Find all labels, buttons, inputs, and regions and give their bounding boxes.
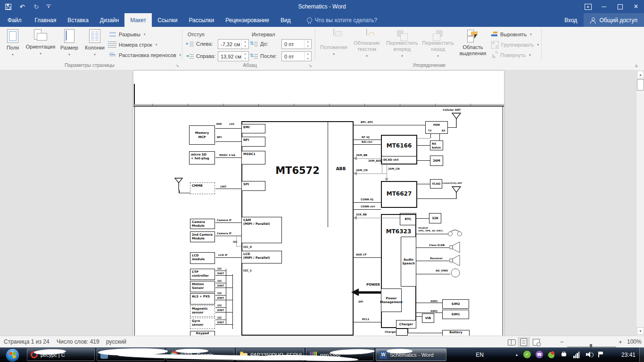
language-button[interactable]: EN (476, 347, 484, 362)
scroll-up-button[interactable]: ▲ (637, 71, 644, 78)
wire-label: Camera IF (217, 232, 231, 235)
skype-tray-icon[interactable] (523, 351, 531, 358)
word-icon (380, 351, 387, 359)
indent-left-input[interactable]: -7,32 см ▴▾ (218, 39, 249, 49)
scroll-down-button[interactable]: ▼ (637, 327, 644, 335)
arrow-left-icon (353, 216, 357, 220)
zoom-level[interactable]: 100% (627, 336, 642, 347)
tab-references[interactable]: Ссылки (152, 13, 183, 27)
action-center-flag-icon[interactable] (597, 351, 604, 358)
bring-forward-button[interactable]: Переместить вперед (385, 28, 420, 59)
icq-tray-icon[interactable] (548, 351, 555, 358)
block-lcd: LCD (MIPI / Parallel) (241, 251, 282, 263)
print-layout-button[interactable] (518, 337, 530, 347)
wire-label: RF IQ (362, 136, 370, 139)
wire-label: BPI, APC (361, 121, 373, 124)
block-26m: 26M (430, 156, 443, 166)
web-layout-button[interactable] (530, 337, 542, 347)
wire (408, 333, 442, 333)
tab-view[interactable]: Вид (275, 13, 297, 27)
block-msdc1: MSDC1 (241, 151, 265, 165)
hyphenation-button[interactable]: Расстановка переносов (109, 50, 181, 60)
redo-button[interactable] (32, 2, 41, 11)
send-backward-button[interactable]: Переместить назад (421, 28, 454, 59)
show-desktop-button[interactable] (639, 347, 644, 362)
tab-layout[interactable]: Макет (124, 13, 152, 27)
tab-home[interactable]: Главная (29, 13, 62, 27)
network-tray-icon[interactable] (573, 351, 581, 358)
customize-qat-button[interactable] (46, 5, 51, 9)
wire (215, 307, 226, 308)
vertical-scrollbar[interactable]: ▲ ▼ (636, 70, 644, 336)
undo-button[interactable] (18, 2, 26, 11)
collapse-ribbon-button[interactable] (635, 63, 638, 68)
tab-mailings[interactable]: Рассылки (183, 13, 220, 27)
sign-in-button[interactable]: Вход (558, 13, 584, 27)
word-count[interactable]: Число слов: 419 (57, 336, 99, 347)
restore-icon (618, 4, 623, 9)
wire-label: AUD I/F (356, 253, 367, 256)
minimize-button[interactable] (596, 0, 612, 13)
indent-right-spinner[interactable]: ▴▾ (241, 52, 248, 61)
group-objects-button[interactable]: Группировать (491, 40, 539, 49)
receiver-label: Receiver (430, 257, 443, 260)
align-button[interactable]: Выровнять (491, 30, 532, 39)
tray-expand-button[interactable] (516, 347, 518, 362)
margins-button[interactable]: Поля (2, 28, 24, 59)
tell-me-box[interactable]: Что вы хотите сделать? (307, 13, 378, 27)
print-layout-icon (520, 338, 527, 346)
share-button[interactable]: Общий доступ (584, 13, 644, 27)
start-button[interactable] (6, 348, 19, 362)
zoom-out-button[interactable] (560, 336, 564, 347)
zoom-in-button[interactable] (619, 336, 622, 347)
indent-left-row: Слева: (187, 39, 213, 49)
wire-label: 26M_BB (356, 154, 367, 157)
save-button[interactable] (4, 2, 12, 11)
volume-tray-icon[interactable] (586, 351, 593, 358)
page-setup-dialog-launcher[interactable] (174, 63, 180, 68)
indent-left-spinner[interactable]: ▴▾ (241, 40, 248, 49)
tab-file[interactable]: Файл (0, 13, 29, 27)
read-mode-button[interactable] (505, 337, 518, 347)
wire-label: LCD IF (218, 254, 228, 257)
wrap-text-button[interactable]: Обтекание текстом (351, 28, 383, 59)
indent-right-input[interactable]: 13,92 см ▴▾ (218, 51, 249, 61)
columns-button[interactable]: Колонки (82, 28, 107, 59)
tab-design[interactable]: Дизайн (94, 13, 124, 27)
spacing-before-input[interactable]: 0 пт ▴▾ (281, 39, 312, 49)
power-plug-tray-icon[interactable] (560, 351, 568, 358)
block-nfi: NFI (241, 137, 265, 147)
orientation-button[interactable]: Ориентация (25, 28, 57, 59)
breaks-button[interactable]: Разрывы (109, 30, 145, 39)
spacing-after-spinner[interactable]: ▴▾ (304, 52, 311, 61)
wire (215, 283, 226, 283)
size-button[interactable]: Размер (58, 28, 81, 59)
position-button[interactable]: Положение (319, 28, 349, 59)
spacing-after-icon (251, 53, 258, 59)
page-indicator[interactable]: Страница 1 из 24 (4, 336, 50, 347)
paragraph-dialog-launcher[interactable] (307, 63, 313, 68)
ribbon-tab-row: Файл Главная Вставка Дизайн Макет Ссылки… (0, 13, 644, 27)
position-icon (328, 29, 340, 42)
clock[interactable]: 23:41 (621, 347, 636, 362)
spacing-before-spinner[interactable]: ▴▾ (304, 40, 311, 49)
tab-review[interactable]: Рецензирование (220, 13, 275, 27)
wire (215, 288, 232, 288)
indent-right-icon (187, 53, 194, 59)
close-button[interactable] (628, 0, 644, 13)
scroll-thumb[interactable] (637, 79, 644, 90)
line-numbers-button[interactable]: Номера строк (109, 40, 157, 49)
document-page[interactable]: MT6572 ABB EMI NFI MSDC1 SPI CAM (MIPI /… (133, 71, 504, 336)
selection-pane-button[interactable]: Область выделения (456, 28, 489, 59)
restore-button[interactable] (612, 0, 628, 13)
wire (215, 222, 241, 223)
ribbon-display-options-button[interactable] (580, 0, 596, 13)
language-indicator[interactable]: русский (106, 336, 126, 347)
spacing-after-input[interactable]: 0 пт ▴▾ (281, 51, 312, 61)
viber-tray-icon[interactable] (536, 351, 543, 358)
wire (215, 300, 232, 300)
wire-label: Camera IF (217, 219, 231, 222)
rotate-button[interactable]: Повернуть (491, 50, 531, 60)
tab-insert[interactable]: Вставка (62, 13, 94, 27)
wire-label: x32 (229, 123, 234, 126)
